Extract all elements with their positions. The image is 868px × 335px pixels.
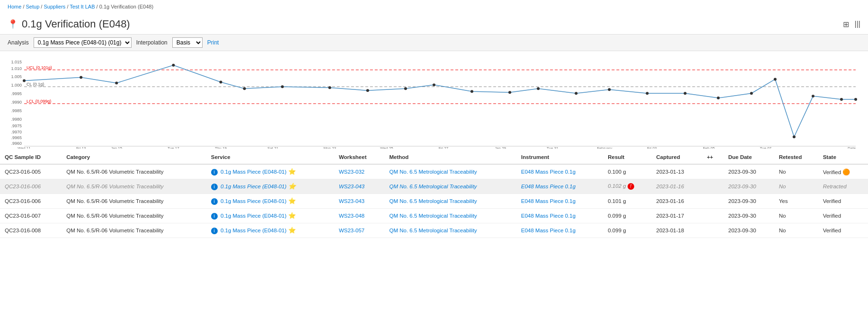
cell-service: i 0.1g Mass Piece (E048-01) ⭐: [206, 164, 334, 179]
table-header-row: QC Sample ID Category Service Worksheet …: [0, 150, 868, 164]
worksheet-link[interactable]: WS23-043: [339, 184, 364, 189]
worksheet-link[interactable]: WS23-043: [339, 198, 364, 204]
svg-point-19: [80, 76, 82, 79]
svg-text:.9985: .9985: [11, 108, 22, 113]
col-header-method: Method: [384, 150, 516, 164]
cell-result: 0.100 g: [603, 164, 651, 179]
svg-text:1.000: 1.000: [11, 83, 22, 88]
method-link[interactable]: QM No. 6.5 Metrological Traceability: [389, 213, 477, 219]
info-icon[interactable]: i: [211, 184, 218, 190]
cell-captured: 2023-01-13: [651, 164, 702, 179]
star-icon[interactable]: ⭐: [286, 212, 296, 219]
cell-retested: No: [774, 223, 818, 238]
cell-retested: Yes: [774, 194, 818, 209]
method-link[interactable]: QM No. 6.5 Metrological Traceability: [389, 228, 477, 233]
cell-plusplus: [702, 223, 723, 238]
svg-text:UCL (0.101g): UCL (0.101g): [27, 65, 52, 70]
data-table: QC Sample ID Category Service Worksheet …: [0, 150, 868, 238]
instrument-link[interactable]: E048 Mass Piece 0.1g: [521, 198, 576, 204]
cell-method: QM No. 6.5 Metrological Traceability: [384, 209, 516, 223]
service-link[interactable]: 0.1g Mass Piece (E048-01): [219, 169, 287, 175]
cell-duedate: 2023-09-30: [724, 194, 774, 209]
svg-text:Fri 27: Fri 27: [439, 146, 449, 149]
cell-category: QM No. 6.5/R-06 Volumetric Traceability: [62, 209, 206, 223]
star-icon[interactable]: ⭐: [286, 168, 296, 175]
col-header-category: Category: [62, 150, 206, 164]
interpolation-select[interactable]: Basis Linear Cubic: [172, 37, 203, 48]
cell-duedate: 2023-09-30: [724, 209, 774, 223]
svg-point-28: [433, 83, 435, 86]
col-header-plusplus: ++: [702, 150, 723, 164]
cell-worksheet: WS23-043: [334, 194, 385, 209]
svg-text:Fri 03: Fri 03: [647, 146, 657, 149]
info-icon[interactable]: i: [211, 169, 218, 176]
svg-point-37: [750, 92, 753, 95]
worksheet-link[interactable]: WS23-057: [339, 228, 364, 233]
cell-state: Verified: [818, 194, 868, 209]
cell-service: i 0.1g Mass Piece (E048-01) ⭐: [206, 209, 334, 223]
cell-state: Retracted: [818, 179, 868, 194]
breadcrumb-suppliers[interactable]: Suppliers: [44, 4, 65, 9]
service-link[interactable]: 0.1g Mass Piece (E048-01): [219, 184, 287, 189]
barcode-icon[interactable]: |||: [855, 20, 860, 29]
svg-point-34: [646, 92, 648, 95]
cell-retested: No: [774, 164, 818, 179]
cell-service: i 0.1g Mass Piece (E048-01) ⭐: [206, 223, 334, 238]
info-icon[interactable]: i: [211, 198, 218, 205]
chart-svg: 1.015 1.010 1.005 1.000 .9995 .9990 .998…: [8, 55, 860, 149]
service-link[interactable]: 0.1g Mass Piece (E048-01): [219, 198, 287, 204]
analysis-select[interactable]: 0.1g Mass Piece (E048-01) (01g): [34, 37, 132, 48]
cell-service: i 0.1g Mass Piece (E048-01) ⭐: [206, 194, 334, 209]
svg-text:Wed 25: Wed 25: [380, 146, 393, 149]
star-icon[interactable]: ⭐: [286, 183, 296, 190]
breadcrumb-setup[interactable]: Setup: [26, 4, 40, 9]
cell-method: QM No. 6.5 Metrological Traceability: [384, 223, 516, 238]
grid-view-icon[interactable]: ⊞: [843, 20, 849, 29]
instrument-link[interactable]: E048 Mass Piece 0.1g: [521, 184, 576, 189]
svg-point-23: [243, 87, 246, 90]
cell-plusplus: [702, 209, 723, 223]
method-link[interactable]: QM No. 6.5 Metrological Traceability: [389, 169, 477, 175]
cell-id: QC23-016-006: [0, 179, 62, 194]
worksheet-link[interactable]: WS23-032: [339, 169, 364, 175]
service-link[interactable]: 0.1g Mass Piece (E048-01): [219, 228, 287, 233]
svg-text:Jan 29: Jan 29: [495, 146, 506, 149]
cell-worksheet: WS23-043: [334, 179, 385, 194]
table-row: QC23-016-008QM No. 6.5/R-06 Volumetric T…: [0, 223, 868, 238]
error-icon: !: [628, 183, 634, 190]
info-icon[interactable]: i: [211, 228, 218, 234]
cell-instrument: E048 Mass Piece 0.1g: [516, 164, 603, 179]
cell-captured: 2023-01-16: [651, 179, 702, 194]
svg-text:.9960: .9960: [11, 141, 22, 146]
breadcrumb-testlab[interactable]: Test It LAB: [70, 4, 95, 9]
svg-point-41: [840, 98, 843, 101]
method-link[interactable]: QM No. 6.5 Metrological Traceability: [389, 198, 477, 204]
cell-worksheet: WS23-057: [334, 223, 385, 238]
svg-point-40: [812, 95, 815, 97]
cell-category: QM No. 6.5/R-06 Volumetric Traceability: [62, 179, 206, 194]
print-button[interactable]: Print: [207, 39, 219, 46]
col-header-result: Result: [603, 150, 651, 164]
table-row: QC23-016-006QM No. 6.5/R-06 Volumetric T…: [0, 179, 868, 194]
star-icon[interactable]: ⭐: [286, 197, 296, 204]
instrument-link[interactable]: E048 Mass Piece 0.1g: [521, 169, 576, 175]
svg-text:Tue 31: Tue 31: [547, 146, 558, 149]
svg-point-18: [23, 79, 26, 82]
cell-category: QM No. 6.5/R-06 Volumetric Traceability: [62, 164, 206, 179]
method-link[interactable]: QM No. 6.5 Metrological Traceability: [389, 184, 477, 189]
breadcrumb: Home / Setup / Suppliers / Test It LAB /…: [0, 0, 868, 13]
svg-text:Tue 07: Tue 07: [760, 146, 771, 149]
info-icon[interactable]: i: [211, 213, 218, 220]
toolbar: Analysis 0.1g Mass Piece (E048-01) (01g)…: [0, 34, 868, 51]
cell-method: QM No. 6.5 Metrological Traceability: [384, 194, 516, 209]
service-link[interactable]: 0.1g Mass Piece (E048-01): [219, 213, 287, 219]
cell-worksheet: WS23-032: [334, 164, 385, 179]
worksheet-link[interactable]: WS23-048: [339, 213, 364, 219]
col-header-captured: Captured: [651, 150, 702, 164]
breadcrumb-home[interactable]: Home: [8, 4, 21, 9]
svg-text:1.015: 1.015: [11, 60, 22, 64]
cell-id: QC23-016-005: [0, 164, 62, 179]
star-icon[interactable]: ⭐: [286, 227, 296, 234]
instrument-link[interactable]: E048 Mass Piece 0.1g: [521, 213, 576, 219]
instrument-link[interactable]: E048 Mass Piece 0.1g: [521, 228, 576, 233]
